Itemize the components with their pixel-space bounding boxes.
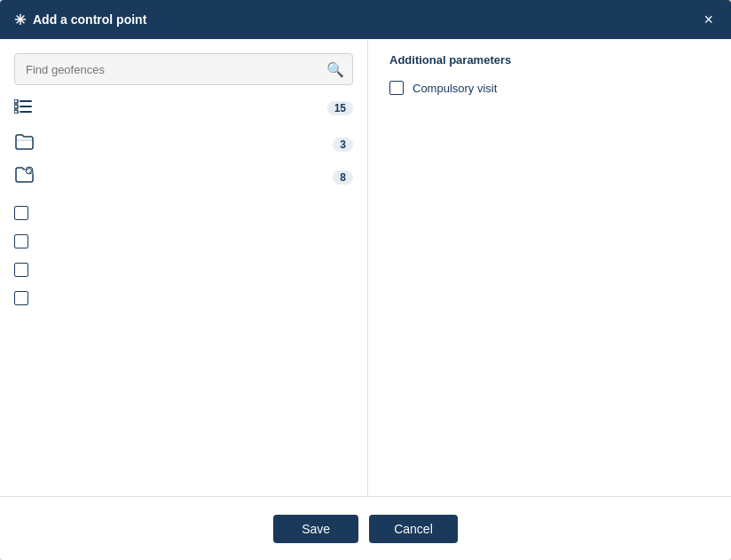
dialog-footer: Save Cancel — [0, 496, 731, 560]
folder-row-2: 8 — [14, 164, 353, 190]
svg-rect-0 — [20, 100, 32, 102]
search-box: 🔍 — [14, 53, 353, 85]
cancel-button[interactable]: Cancel — [369, 515, 458, 543]
svg-rect-4 — [14, 105, 18, 108]
close-button[interactable]: × — [700, 8, 717, 31]
section-title: Additional parameters — [389, 53, 710, 67]
right-panel: Additional parameters Compulsory visit — [368, 39, 731, 496]
compulsory-visit-checkbox[interactable] — [389, 81, 404, 95]
total-count-badge: 15 — [327, 101, 353, 115]
folder-count-2: 8 — [333, 170, 353, 185]
folder-group: 3 8 — [14, 131, 353, 190]
item-row-3 — [14, 261, 353, 279]
folder-icon-1 — [14, 133, 34, 155]
svg-rect-5 — [14, 110, 18, 114]
add-control-point-dialog: ✳ Add a control point × 🔍 — [0, 0, 731, 560]
folder-icon-2 — [14, 166, 34, 188]
folder-row-1: 3 — [14, 131, 353, 157]
item-checkbox-3[interactable] — [14, 263, 28, 277]
item-checkbox-4[interactable] — [14, 291, 28, 305]
dialog-header: ✳ Add a control point × — [0, 0, 731, 39]
save-button[interactable]: Save — [273, 515, 358, 543]
list-icon — [14, 99, 34, 117]
item-row-4 — [14, 289, 353, 307]
list-header-row: 15 — [14, 96, 353, 121]
compulsory-visit-label: Compulsory visit — [413, 82, 497, 95]
search-icon: 🔍 — [326, 61, 344, 78]
search-input[interactable] — [14, 53, 353, 85]
svg-rect-2 — [20, 111, 32, 113]
item-row-1 — [14, 204, 353, 222]
left-panel: 🔍 15 — [0, 39, 368, 496]
folder-count-1: 3 — [333, 138, 353, 152]
item-checkbox-1[interactable] — [14, 206, 28, 220]
item-checkbox-2[interactable] — [14, 234, 28, 248]
dialog-body: 🔍 15 — [0, 39, 731, 496]
svg-rect-3 — [14, 99, 18, 103]
item-rows — [14, 204, 353, 307]
svg-rect-1 — [20, 106, 32, 107]
dialog-title: ✳ Add a control point — [14, 12, 146, 28]
item-row-2 — [14, 233, 353, 250]
compulsory-visit-row: Compulsory visit — [389, 81, 710, 95]
gear-icon: ✳ — [14, 12, 26, 28]
